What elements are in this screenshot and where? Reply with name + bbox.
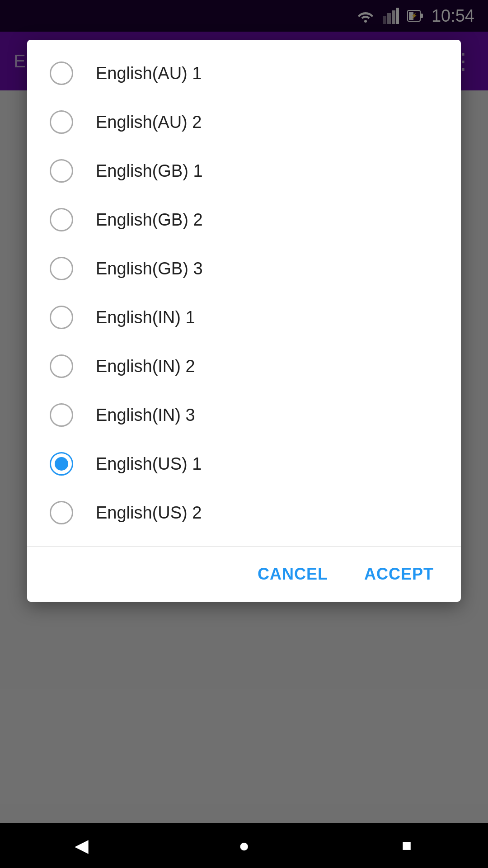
radio-label-au2: English(AU) 2 — [96, 113, 202, 132]
radio-label-au1: English(AU) 1 — [96, 64, 202, 83]
radio-circle-us1 — [50, 452, 73, 476]
radio-option-us2[interactable]: English(US) 2 — [27, 488, 461, 537]
radio-option-gb2[interactable]: English(GB) 2 — [27, 195, 461, 244]
home-button[interactable]: ● — [226, 827, 262, 863]
recent-button[interactable]: ■ — [389, 827, 425, 863]
radio-circle-gb1 — [50, 159, 73, 183]
dialog-content: English(AU) 1English(AU) 2English(GB) 1E… — [27, 40, 461, 546]
radio-option-au2[interactable]: English(AU) 2 — [27, 98, 461, 146]
radio-option-au1[interactable]: English(AU) 1 — [27, 49, 461, 98]
radio-circle-gb2 — [50, 208, 73, 231]
radio-label-gb2: English(GB) 2 — [96, 210, 203, 230]
dialog-actions: CANCEL ACCEPT — [27, 547, 461, 602]
radio-circle-in3 — [50, 403, 73, 427]
radio-label-in1: English(IN) 1 — [96, 308, 195, 327]
back-button[interactable]: ◀ — [63, 827, 99, 863]
radio-label-gb1: English(GB) 1 — [96, 161, 203, 181]
radio-label-us1: English(US) 1 — [96, 454, 202, 474]
recent-icon: ■ — [402, 836, 412, 855]
radio-option-gb1[interactable]: English(GB) 1 — [27, 146, 461, 195]
radio-circle-in2 — [50, 354, 73, 378]
radio-circle-us2 — [50, 501, 73, 524]
cancel-button[interactable]: CANCEL — [249, 560, 337, 588]
home-icon: ● — [239, 835, 249, 856]
radio-option-us1[interactable]: English(US) 1 — [27, 439, 461, 488]
radio-option-in2[interactable]: English(IN) 2 — [27, 342, 461, 391]
accept-button[interactable]: ACCEPT — [355, 560, 443, 588]
radio-option-in3[interactable]: English(IN) 3 — [27, 391, 461, 439]
language-selection-dialog: English(AU) 1English(AU) 2English(GB) 1E… — [27, 40, 461, 602]
radio-label-us2: English(US) 2 — [96, 503, 202, 523]
radio-circle-au2 — [50, 110, 73, 134]
radio-inner-us1 — [55, 457, 68, 471]
radio-circle-in1 — [50, 306, 73, 329]
radio-option-gb3[interactable]: English(GB) 3 — [27, 244, 461, 293]
radio-label-in3: English(IN) 3 — [96, 406, 195, 425]
back-icon: ◀ — [75, 835, 89, 856]
radio-label-gb3: English(GB) 3 — [96, 259, 203, 278]
nav-bar: ◀ ● ■ — [0, 823, 488, 868]
radio-circle-au1 — [50, 61, 73, 85]
radio-circle-gb3 — [50, 257, 73, 280]
radio-option-in1[interactable]: English(IN) 1 — [27, 293, 461, 342]
radio-label-in2: English(IN) 2 — [96, 357, 195, 376]
